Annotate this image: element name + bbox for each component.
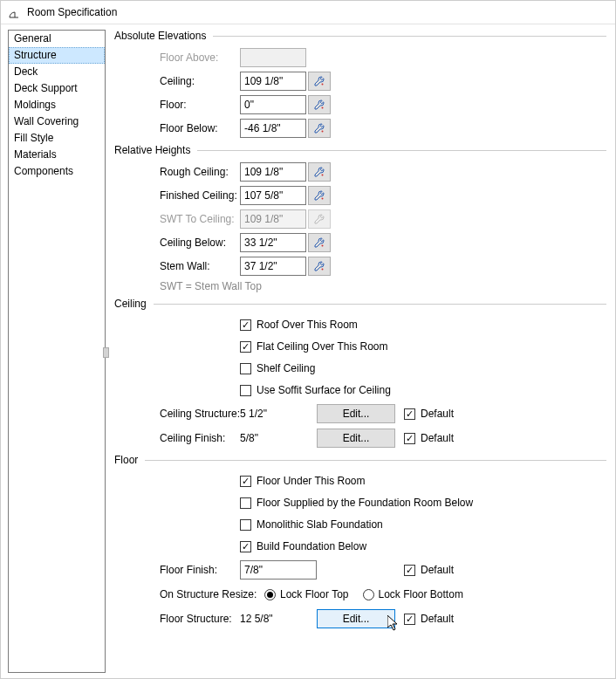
floor-below-wrench-button[interactable] [308,119,331,138]
monolithic-checkbox[interactable] [240,519,251,531]
wrench-icon [313,75,325,87]
use-soffit-label: Use Soffit Surface for Ceiling [257,384,391,396]
svg-point-6 [322,198,324,200]
floor-finish-default-checkbox[interactable] [404,565,415,576]
lock-floor-top-radio[interactable]: Lock Floor Top [264,588,349,600]
build-foundation-label: Build Foundation Below [257,540,366,552]
ceiling-label: Ceiling: [160,75,240,87]
use-soffit-checkbox[interactable] [240,385,251,396]
floor-below-input[interactable] [240,119,306,138]
rough-ceiling-wrench-button[interactable] [308,162,331,182]
ceiling-finish-default-checkbox[interactable] [404,433,415,444]
svg-point-7 [322,245,324,247]
floor-finish-label: Floor Finish: [160,564,240,576]
ceiling-structure-default-checkbox[interactable] [404,408,415,420]
swt-note: SWT = Stem Wall Top [160,280,606,292]
ceiling-finish-value: 5/8" [240,432,317,444]
floor-above-label: Floor Above: [160,51,240,64]
shelf-ceiling-checkbox[interactable] [240,363,251,374]
on-resize-label: On Structure Resize: [160,588,264,600]
shelf-ceiling-label: Shelf Ceiling [257,362,315,374]
monolithic-label: Monolithic Slab Foundation [257,518,383,531]
group-relative-heights: Relative Heights [114,144,606,156]
floor-structure-value: 12 5/8" [240,613,317,625]
floor-finish-default-label: Default [421,564,454,576]
finished-ceiling-wrench-button[interactable] [308,186,331,205]
floor-label: Floor: [160,99,240,111]
wrench-icon [313,237,325,249]
stem-wall-wrench-button[interactable] [308,257,331,276]
roof-over-checkbox[interactable] [240,319,251,331]
finished-ceiling-label: Finished Ceiling: [160,189,240,202]
floor-above-input [240,48,306,67]
svg-point-3 [322,107,324,109]
ceiling-wrench-button[interactable] [308,72,331,91]
sidebar-item-moldings[interactable]: Moldings [9,97,105,113]
window-title: Room Specification [27,6,117,18]
group-absolute-elevations: Absolute Elevations [114,30,606,42]
floor-structure-edit-button[interactable]: Edit... [317,609,395,628]
svg-point-5 [322,175,324,176]
ceiling-structure-value: 5 1/2" [240,408,317,420]
ceiling-structure-default-label: Default [421,408,454,420]
swt-to-ceiling-label: SWT To Ceiling: [160,213,240,225]
wrench-icon [313,122,325,134]
ceiling-below-wrench-button[interactable] [308,233,331,252]
room-spec-window: Room Specification General Structure Dec… [0,0,616,679]
group-floor: Floor [114,454,606,466]
ceiling-below-label: Ceiling Below: [160,237,240,249]
wrench-icon [313,260,325,272]
ceiling-input[interactable] [240,72,306,91]
sidebar-item-deck[interactable]: Deck [9,64,105,80]
splitter[interactable] [106,335,108,370]
sidebar-item-wall-covering[interactable]: Wall Covering [9,113,105,130]
wrench-icon [313,189,325,202]
category-list[interactable]: General Structure Deck Deck Support Mold… [8,30,106,673]
stem-wall-input[interactable] [240,257,306,276]
ceiling-structure-label: Ceiling Structure: [160,408,240,420]
ceiling-finish-label: Ceiling Finish: [160,432,240,444]
sidebar-item-materials[interactable]: Materials [9,147,105,163]
wrench-icon [313,99,325,111]
ceiling-finish-edit-button[interactable]: Edit... [317,429,395,448]
roof-over-label: Roof Over This Room [257,319,358,331]
finished-ceiling-input[interactable] [240,186,306,205]
floor-under-label: Floor Under This Room [257,475,366,487]
floor-structure-default-checkbox[interactable] [404,614,415,625]
ceiling-below-input[interactable] [240,233,306,252]
sidebar-item-general[interactable]: General [9,31,105,47]
sidebar-item-components[interactable]: Components [9,163,105,180]
floor-supplied-label: Floor Supplied by the Foundation Room Be… [257,497,473,509]
ceiling-finish-default-label: Default [421,432,454,444]
floor-supplied-checkbox[interactable] [240,497,251,509]
floor-structure-default-label: Default [421,613,454,625]
floor-under-checkbox[interactable] [240,476,251,487]
sidebar-item-structure[interactable]: Structure [9,47,105,64]
ceiling-structure-edit-button[interactable]: Edit... [317,404,395,423]
svg-point-8 [322,269,324,271]
sidebar-item-deck-support[interactable]: Deck Support [9,80,105,97]
floor-structure-label: Floor Structure: [160,613,240,625]
wrench-icon [313,213,325,225]
floor-wrench-button[interactable] [308,95,331,114]
content-panel: Absolute Elevations Floor Above: Ceiling… [106,24,615,678]
svg-point-4 [322,131,324,133]
build-foundation-checkbox[interactable] [240,541,251,552]
rough-ceiling-input[interactable] [240,162,306,182]
door-icon [8,5,22,19]
group-ceiling: Ceiling [114,298,606,310]
titlebar: Room Specification [1,1,615,24]
lock-floor-bottom-radio[interactable]: Lock Floor Bottom [363,588,463,600]
sidebar-item-fill-style[interactable]: Fill Style [9,130,105,147]
svg-point-2 [322,84,324,86]
flat-ceiling-label: Flat Ceiling Over This Room [257,340,388,353]
floor-input[interactable] [240,95,306,114]
stem-wall-label: Stem Wall: [160,260,240,272]
floor-finish-input[interactable] [240,560,317,580]
swt-to-ceiling-wrench-button [308,209,331,229]
wrench-icon [313,166,325,178]
rough-ceiling-label: Rough Ceiling: [160,166,240,178]
swt-to-ceiling-input [240,209,306,229]
flat-ceiling-checkbox[interactable] [240,341,251,353]
floor-below-label: Floor Below: [160,122,240,134]
